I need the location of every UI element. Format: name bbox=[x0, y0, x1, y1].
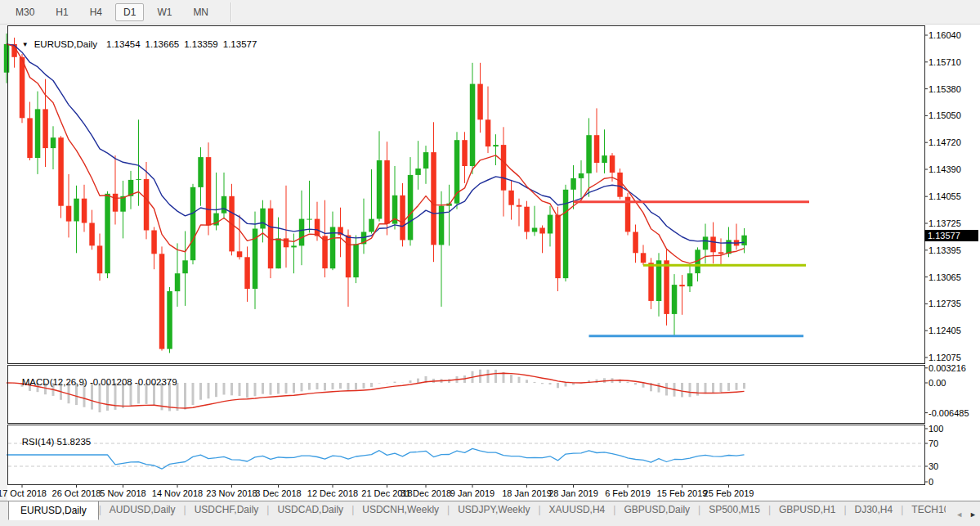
candle bbox=[237, 251, 243, 257]
price-axis-label: 1.13725 bbox=[929, 218, 961, 228]
candle bbox=[307, 219, 312, 220]
candle bbox=[369, 219, 374, 232]
candle bbox=[400, 196, 405, 241]
rsi-value: 51.8235 bbox=[57, 437, 92, 447]
candle bbox=[687, 273, 693, 286]
candle bbox=[664, 260, 669, 314]
tab-scroll-right-icon[interactable]: ► bbox=[969, 510, 977, 519]
tab-scroll-arrows: ◄► bbox=[946, 506, 977, 520]
price-axis-label: 1.15050 bbox=[929, 110, 961, 120]
candle bbox=[548, 215, 553, 234]
candle bbox=[222, 196, 227, 214]
price-axis-label: 1.12735 bbox=[929, 299, 961, 308]
candle bbox=[703, 236, 709, 250]
candle bbox=[151, 231, 157, 254]
candle bbox=[415, 169, 421, 175]
chart-canvas[interactable]: 1.160401.157101.153801.150501.147201.143… bbox=[0, 0, 980, 526]
candle bbox=[51, 137, 56, 148]
candle bbox=[408, 175, 414, 241]
candle bbox=[672, 285, 678, 314]
candle bbox=[602, 155, 607, 163]
candle bbox=[315, 219, 320, 236]
candle bbox=[299, 219, 305, 246]
candle bbox=[423, 152, 429, 169]
candle bbox=[501, 145, 507, 191]
candle bbox=[617, 173, 623, 197]
macd-axis-min: -0.006485 bbox=[929, 408, 969, 418]
candle bbox=[353, 244, 359, 277]
candle bbox=[167, 291, 172, 349]
date-axis-label: 31 Dec 2018 bbox=[401, 488, 451, 498]
candle bbox=[20, 57, 25, 119]
candle bbox=[35, 109, 41, 158]
rsi-label: RSI(14) bbox=[22, 437, 55, 447]
candle bbox=[594, 135, 600, 163]
chart-symbol-label: EURUSD,Daily bbox=[34, 39, 97, 49]
price-axis-label: 1.13065 bbox=[929, 272, 961, 282]
date-axis-label: 9 Jan 2019 bbox=[450, 488, 494, 498]
candle bbox=[656, 260, 662, 301]
date-axis-label: 17 Oct 2018 bbox=[0, 488, 47, 498]
rsi-panel-label: RSI(14) 51.8235 bbox=[11, 427, 91, 456]
candle bbox=[517, 205, 522, 207]
date-axis-label: 26 Oct 2018 bbox=[52, 488, 101, 498]
ohlc-high: 1.13665 bbox=[145, 39, 180, 49]
candle bbox=[439, 206, 445, 245]
candle bbox=[198, 157, 204, 187]
candle bbox=[144, 179, 150, 231]
price-axis-label: 1.12075 bbox=[929, 353, 961, 362]
price-axis-label: 1.14720 bbox=[929, 137, 961, 147]
candle bbox=[633, 232, 638, 254]
candle bbox=[182, 260, 188, 273]
candle bbox=[105, 194, 110, 273]
candle bbox=[346, 236, 351, 278]
chart-symbol-header: ▼EURUSD,Daily1.134541.136651.133591.1357… bbox=[11, 29, 257, 59]
date-axis-label: 15 Feb 2019 bbox=[657, 488, 708, 498]
date-axis-label: 25 Feb 2019 bbox=[704, 488, 754, 498]
date-axis-label: 3 Dec 2018 bbox=[255, 488, 301, 498]
macd-axis-max: 0.003216 bbox=[929, 363, 966, 373]
candle bbox=[493, 145, 499, 146]
candle bbox=[175, 273, 181, 291]
candle bbox=[58, 137, 64, 206]
candle bbox=[648, 263, 654, 301]
candle bbox=[718, 252, 724, 254]
candle bbox=[462, 140, 468, 166]
rsi-pane-bg bbox=[7, 425, 924, 484]
candle bbox=[82, 199, 87, 223]
candle bbox=[190, 187, 196, 260]
candle bbox=[610, 155, 615, 173]
candle bbox=[477, 84, 483, 120]
candle bbox=[539, 228, 545, 234]
candle bbox=[579, 173, 584, 178]
date-axis-label: 6 Feb 2019 bbox=[605, 488, 651, 498]
candle bbox=[97, 245, 103, 273]
price-axis-label: 1.14055 bbox=[929, 191, 961, 201]
candle bbox=[508, 191, 514, 205]
ohlc-close: 1.13577 bbox=[223, 39, 257, 49]
date-axis-label: 28 Jan 2019 bbox=[548, 488, 598, 498]
price-axis-label: 1.14390 bbox=[929, 164, 961, 174]
candle bbox=[524, 207, 530, 232]
price-axis-label: 1.13395 bbox=[929, 245, 961, 255]
candle bbox=[284, 238, 289, 247]
rsi-axis-label: 30 bbox=[929, 461, 938, 471]
candle bbox=[113, 194, 119, 212]
symbol-dropdown-icon[interactable]: ▼ bbox=[22, 41, 29, 48]
price-axis-label: 1.15380 bbox=[929, 84, 961, 94]
date-axis-label: 18 Jan 2019 bbox=[502, 488, 552, 498]
candle bbox=[260, 209, 266, 229]
ohlc-low: 1.13359 bbox=[184, 39, 218, 49]
candle bbox=[586, 135, 592, 173]
candle bbox=[275, 238, 281, 268]
date-axis-label: 5 Nov 2018 bbox=[100, 488, 145, 498]
rsi-axis-label: 70 bbox=[929, 438, 938, 448]
candle bbox=[27, 118, 33, 158]
mt4-window: M30H1H4D1W1MN 1.160401.157101.153801.150… bbox=[0, 0, 980, 526]
macd-label: MACD(12,26,9) bbox=[22, 377, 87, 387]
tab-scroll-left-icon[interactable]: ◄ bbox=[955, 510, 963, 519]
candle bbox=[159, 254, 165, 348]
candle bbox=[470, 84, 476, 166]
rsi-axis-label: 100 bbox=[929, 424, 943, 434]
date-axis-label: 14 Nov 2018 bbox=[152, 488, 203, 498]
